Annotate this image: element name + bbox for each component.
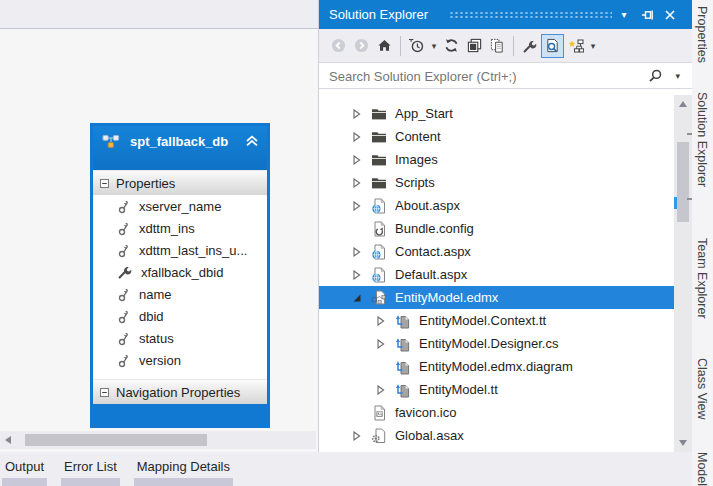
entity-property-row[interactable]: status	[93, 327, 267, 349]
entity-property-row[interactable]: dbid	[93, 305, 267, 327]
search-options-dropdown-icon[interactable]: ▾	[675, 71, 680, 81]
tree-vertical-scrollbar[interactable]	[674, 95, 692, 452]
show-all-files-button[interactable]	[486, 34, 509, 58]
tree-item-default-aspx[interactable]: Default.aspx	[319, 263, 675, 286]
solution-explorer-toolbar: ▾ ▾	[319, 29, 692, 62]
tree-item-app-start[interactable]: App_Start	[319, 102, 675, 125]
canvas-horizontal-scrollbar[interactable]	[0, 431, 316, 449]
expander-icon[interactable]	[349, 270, 365, 280]
tree-item-entitymodel-edmx[interactable]: EntityModel.edmx	[319, 286, 675, 309]
window-position-menu-button[interactable]: ▾	[614, 0, 634, 29]
collapse-all-button[interactable]	[463, 34, 486, 58]
folder-icon	[371, 175, 387, 191]
scroll-up-arrow-icon[interactable]	[679, 101, 687, 107]
expander-icon[interactable]	[373, 316, 389, 326]
entity-properties-section-header[interactable]: Properties	[93, 170, 267, 195]
side-tab-model[interactable]: Model	[695, 452, 709, 486]
expander-icon[interactable]	[349, 201, 365, 211]
edmx-model-icon	[371, 290, 387, 306]
tree-item-entitymodel-tt[interactable]: EntityModel.tt	[319, 378, 675, 401]
tab-error-list-label: Error List	[64, 459, 117, 474]
back-button[interactable]	[327, 34, 350, 58]
entity-property-row[interactable]: xdttm_ins	[93, 217, 267, 239]
sync-with-active-document-button[interactable]	[541, 34, 564, 58]
horizontal-scrollbar-thumb[interactable]	[25, 434, 207, 446]
key-icon	[118, 221, 130, 236]
tree-item-content[interactable]: Content	[319, 125, 675, 148]
entity-property-row[interactable]: xserver_name	[93, 195, 267, 217]
folder-icon	[371, 152, 387, 168]
collapse-minus-icon[interactable]	[100, 179, 109, 188]
entity-navigation-section-header[interactable]: Navigation Properties	[93, 379, 267, 404]
tree-item-favicon-ico[interactable]: favicon.ico	[319, 401, 675, 424]
expander-icon[interactable]	[373, 339, 389, 349]
edmx-designer-canvas[interactable]: spt_fallback_db Properties xserver_name …	[0, 29, 318, 452]
tree-item-label: EntityModel.edmx	[395, 290, 498, 305]
home-button[interactable]	[373, 34, 396, 58]
entity-property-row[interactable]: version	[93, 349, 267, 371]
solution-explorer-titlebar[interactable]: Solution Explorer ▾	[319, 0, 692, 29]
properties-button[interactable]	[518, 34, 541, 58]
tab-error-list[interactable]: Error List	[62, 452, 119, 486]
tree-item-entitymodel-context-tt[interactable]: EntityModel.Context.tt	[319, 309, 675, 332]
expander-icon[interactable]	[349, 247, 365, 257]
scroll-left-arrow-icon[interactable]	[5, 436, 11, 444]
refresh-button[interactable]	[440, 34, 463, 58]
scalar-property-wrench-icon	[118, 265, 132, 279]
expander-icon[interactable]	[349, 132, 365, 142]
expander-icon[interactable]	[349, 109, 365, 119]
entity-property-row[interactable]: xfallback_dbid	[93, 261, 267, 283]
tab-output[interactable]: Output	[3, 452, 46, 486]
wrench-icon	[523, 39, 537, 53]
close-panel-button[interactable]	[660, 0, 680, 29]
side-tab-solution-explorer[interactable]: Solution Explorer	[695, 92, 709, 187]
search-icon[interactable]	[648, 69, 662, 83]
home-icon	[377, 38, 392, 53]
tab-output-label: Output	[5, 459, 44, 474]
expander-icon[interactable]	[349, 155, 365, 165]
sync-with-active-document-icon	[545, 38, 560, 53]
solution-tree: App_Start Content Images Scripts About.a…	[319, 102, 675, 447]
tree-item-images[interactable]: Images	[319, 148, 675, 171]
entity-property-row[interactable]: xdttm_last_ins_u...	[93, 239, 267, 261]
aspx-page-icon	[371, 244, 387, 260]
entity-property-row[interactable]: name	[93, 283, 267, 305]
tree-item-scripts[interactable]: Scripts	[319, 171, 675, 194]
tree-item-contact-aspx[interactable]: Contact.aspx	[319, 240, 675, 263]
entity-header[interactable]: spt_fallback_db	[93, 126, 267, 170]
auto-hide-pin-button[interactable]	[638, 0, 658, 29]
scroll-down-arrow-icon[interactable]	[679, 440, 687, 446]
navigation-section-label: Navigation Properties	[116, 385, 240, 400]
property-label: xserver_name	[139, 199, 221, 214]
tree-item-entitymodel-designer-cs[interactable]: EntityModel.Designer.cs	[319, 332, 675, 355]
tab-mapping-details[interactable]: Mapping Details	[135, 452, 232, 486]
tt-template-icon	[395, 313, 411, 329]
side-tab-properties[interactable]: Properties	[695, 6, 709, 63]
entity-box-spt-fallback-db[interactable]: spt_fallback_db Properties xserver_name …	[90, 123, 270, 428]
collapse-minus-icon[interactable]	[100, 388, 109, 397]
tree-item-label: favicon.ico	[395, 405, 456, 420]
filter-dropdown-button[interactable]: ▾	[428, 41, 440, 51]
entity-collapse-chevron-icon[interactable]	[245, 135, 259, 147]
close-icon	[665, 10, 675, 20]
expander-icon[interactable]	[349, 431, 365, 441]
tree-item-global-asax[interactable]: Global.asax	[319, 424, 675, 447]
search-input[interactable]	[327, 66, 631, 87]
tree-item-bundle-config[interactable]: Bundle.config	[319, 217, 675, 240]
tree-item-entitymodel-edmx-diagram[interactable]: EntityModel.edmx.diagram	[319, 355, 675, 378]
tree-item-about-aspx[interactable]: About.aspx	[319, 194, 675, 217]
expander-icon[interactable]	[349, 178, 365, 188]
view-class-diagram-button[interactable]	[564, 34, 587, 58]
property-label: xdttm_ins	[139, 221, 195, 236]
pending-changes-filter-button[interactable]	[405, 34, 428, 58]
vertical-scrollbar-thumb[interactable]	[677, 142, 689, 222]
forward-button[interactable]	[350, 34, 373, 58]
toolbar-overflow-button[interactable]: ▾	[587, 41, 599, 51]
titlebar-drag-grip[interactable]	[449, 11, 612, 19]
tree-item-label: Images	[395, 152, 438, 167]
property-label: xfallback_dbid	[141, 265, 223, 280]
side-tab-class-view[interactable]: Class View	[695, 358, 709, 420]
side-tab-team-explorer[interactable]: Team Explorer	[695, 238, 709, 319]
expander-icon[interactable]	[349, 293, 365, 303]
expander-icon[interactable]	[373, 385, 389, 395]
